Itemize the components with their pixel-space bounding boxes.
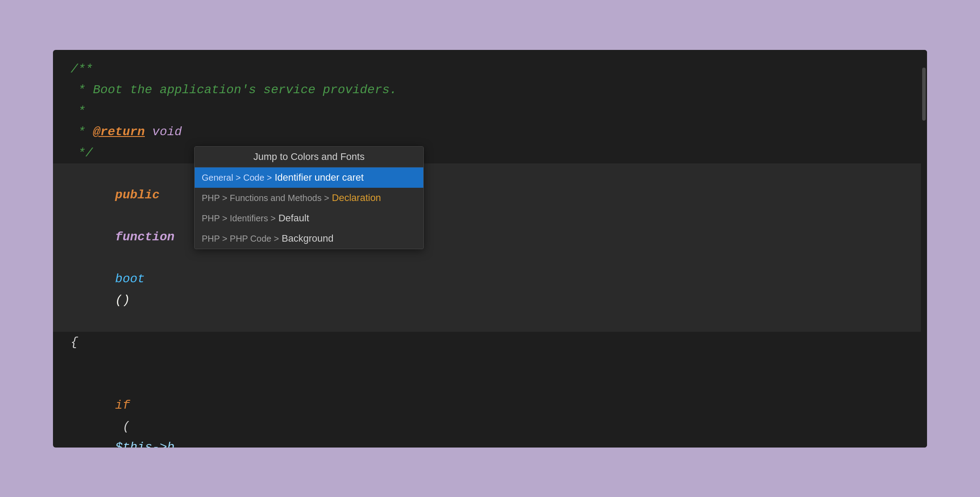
code-line-4: * @return void <box>71 121 909 143</box>
function-keyword: function <box>115 230 174 244</box>
dropdown-item-php-code[interactable]: PHP > PHP Code > Background <box>195 228 423 249</box>
dropdown-path-3: PHP > Identifiers > <box>202 213 276 223</box>
dropdown-label-2: Declaration <box>332 192 381 203</box>
editor-window: /** * Boot the application's service pro… <box>53 50 927 448</box>
boot-function-name: boot <box>115 272 145 286</box>
code-line-7: { <box>71 332 909 353</box>
space2 <box>115 251 123 265</box>
code-area: /** * Boot the application's service pro… <box>53 50 927 448</box>
space <box>115 209 123 223</box>
code-line-6: public function boot () <box>53 163 927 332</box>
indent <box>115 377 145 391</box>
this-variable: $this->b <box>115 440 174 447</box>
public-keyword: public <box>115 188 160 202</box>
if-keyword: if <box>115 398 130 412</box>
code-line-1: /** <box>71 59 909 80</box>
scrollbar-thumb[interactable] <box>922 68 926 121</box>
code-line-8: if ( $this->b <box>71 353 909 448</box>
code-line-3: * <box>71 101 909 122</box>
scrollbar[interactable] <box>921 50 927 448</box>
dropdown-label-3: Default <box>279 212 309 224</box>
dropdown-path-2: PHP > Functions and Methods > <box>202 193 329 203</box>
dropdown-item-php-identifiers[interactable]: PHP > Identifiers > Default <box>195 208 423 228</box>
parens: () <box>115 293 130 307</box>
dropdown-path-4: PHP > PHP Code > <box>202 234 279 243</box>
space: ( <box>115 420 130 433</box>
dropdown-item-php-functions[interactable]: PHP > Functions and Methods > Declaratio… <box>195 188 423 208</box>
code-line-2: * Boot the application's service provide… <box>71 80 909 101</box>
dropdown-header: Jump to Colors and Fonts <box>195 147 423 167</box>
dropdown-label-4: Background <box>282 233 333 244</box>
dropdown-item-general[interactable]: General > Code > Identifier under caret <box>195 167 423 188</box>
dropdown-popup: Jump to Colors and Fonts General > Code … <box>194 146 424 249</box>
dropdown-label-1: Identifier under caret <box>275 172 364 183</box>
void-keyword: void <box>152 125 182 139</box>
at-return: @return <box>93 125 145 139</box>
dropdown-path-1: General > Code > <box>202 173 272 182</box>
